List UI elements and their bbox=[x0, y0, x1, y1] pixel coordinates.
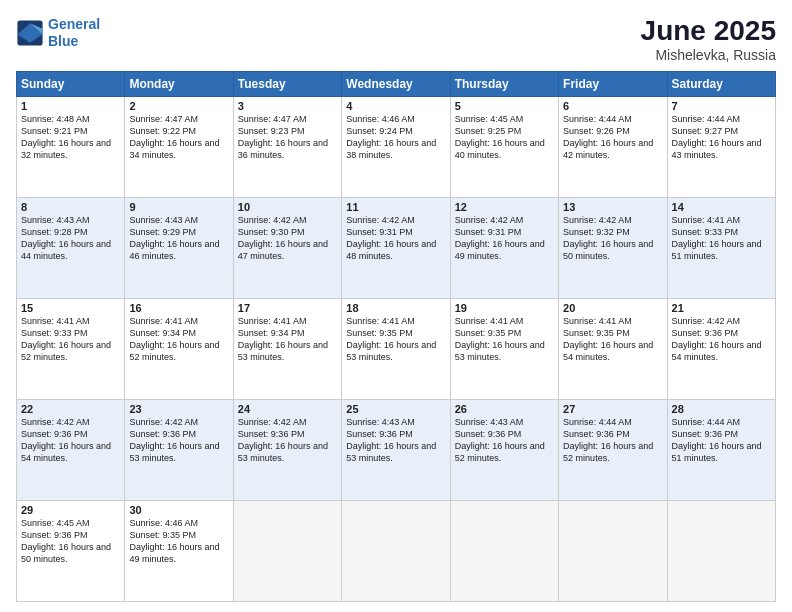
day-info: Sunrise: 4:43 AMSunset: 9:29 PMDaylight:… bbox=[129, 215, 219, 261]
day-info: Sunrise: 4:41 AMSunset: 9:34 PMDaylight:… bbox=[238, 316, 328, 362]
day-number: 23 bbox=[129, 403, 228, 415]
calendar-day-13: 13Sunrise: 4:42 AMSunset: 9:32 PMDayligh… bbox=[559, 197, 667, 298]
day-number: 3 bbox=[238, 100, 337, 112]
day-info: Sunrise: 4:48 AMSunset: 9:21 PMDaylight:… bbox=[21, 114, 111, 160]
calendar-day-11: 11Sunrise: 4:42 AMSunset: 9:31 PMDayligh… bbox=[342, 197, 450, 298]
day-number: 15 bbox=[21, 302, 120, 314]
day-number: 22 bbox=[21, 403, 120, 415]
calendar-week-3: 15Sunrise: 4:41 AMSunset: 9:33 PMDayligh… bbox=[17, 298, 776, 399]
logo-line2: Blue bbox=[48, 33, 78, 49]
day-number: 18 bbox=[346, 302, 445, 314]
calendar-week-2: 8Sunrise: 4:43 AMSunset: 9:28 PMDaylight… bbox=[17, 197, 776, 298]
header: General Blue June 2025 Mishelevka, Russi… bbox=[16, 16, 776, 63]
day-number: 2 bbox=[129, 100, 228, 112]
day-info: Sunrise: 4:43 AMSunset: 9:36 PMDaylight:… bbox=[455, 417, 545, 463]
calendar-day-1: 1Sunrise: 4:48 AMSunset: 9:21 PMDaylight… bbox=[17, 96, 125, 197]
calendar-day-28: 28Sunrise: 4:44 AMSunset: 9:36 PMDayligh… bbox=[667, 399, 775, 500]
calendar-day-14: 14Sunrise: 4:41 AMSunset: 9:33 PMDayligh… bbox=[667, 197, 775, 298]
calendar-day-9: 9Sunrise: 4:43 AMSunset: 9:29 PMDaylight… bbox=[125, 197, 233, 298]
calendar-day-12: 12Sunrise: 4:42 AMSunset: 9:31 PMDayligh… bbox=[450, 197, 558, 298]
day-info: Sunrise: 4:41 AMSunset: 9:35 PMDaylight:… bbox=[455, 316, 545, 362]
day-number: 24 bbox=[238, 403, 337, 415]
calendar-day-16: 16Sunrise: 4:41 AMSunset: 9:34 PMDayligh… bbox=[125, 298, 233, 399]
calendar-day-3: 3Sunrise: 4:47 AMSunset: 9:23 PMDaylight… bbox=[233, 96, 341, 197]
day-info: Sunrise: 4:42 AMSunset: 9:32 PMDaylight:… bbox=[563, 215, 653, 261]
day-number: 5 bbox=[455, 100, 554, 112]
col-monday: Monday bbox=[125, 71, 233, 96]
calendar-day-29: 29Sunrise: 4:45 AMSunset: 9:36 PMDayligh… bbox=[17, 500, 125, 601]
calendar-day-8: 8Sunrise: 4:43 AMSunset: 9:28 PMDaylight… bbox=[17, 197, 125, 298]
title-block: June 2025 Mishelevka, Russia bbox=[641, 16, 776, 63]
calendar-day-25: 25Sunrise: 4:43 AMSunset: 9:36 PMDayligh… bbox=[342, 399, 450, 500]
calendar-table: Sunday Monday Tuesday Wednesday Thursday… bbox=[16, 71, 776, 602]
empty-cell bbox=[233, 500, 341, 601]
calendar-week-1: 1Sunrise: 4:48 AMSunset: 9:21 PMDaylight… bbox=[17, 96, 776, 197]
calendar-day-15: 15Sunrise: 4:41 AMSunset: 9:33 PMDayligh… bbox=[17, 298, 125, 399]
day-number: 26 bbox=[455, 403, 554, 415]
day-number: 9 bbox=[129, 201, 228, 213]
day-info: Sunrise: 4:42 AMSunset: 9:36 PMDaylight:… bbox=[238, 417, 328, 463]
col-sunday: Sunday bbox=[17, 71, 125, 96]
col-wednesday: Wednesday bbox=[342, 71, 450, 96]
day-info: Sunrise: 4:46 AMSunset: 9:24 PMDaylight:… bbox=[346, 114, 436, 160]
empty-cell bbox=[450, 500, 558, 601]
day-info: Sunrise: 4:41 AMSunset: 9:35 PMDaylight:… bbox=[563, 316, 653, 362]
day-number: 28 bbox=[672, 403, 771, 415]
calendar-week-5: 29Sunrise: 4:45 AMSunset: 9:36 PMDayligh… bbox=[17, 500, 776, 601]
col-thursday: Thursday bbox=[450, 71, 558, 96]
calendar-day-17: 17Sunrise: 4:41 AMSunset: 9:34 PMDayligh… bbox=[233, 298, 341, 399]
calendar-day-7: 7Sunrise: 4:44 AMSunset: 9:27 PMDaylight… bbox=[667, 96, 775, 197]
day-info: Sunrise: 4:45 AMSunset: 9:25 PMDaylight:… bbox=[455, 114, 545, 160]
day-number: 30 bbox=[129, 504, 228, 516]
empty-cell bbox=[342, 500, 450, 601]
col-friday: Friday bbox=[559, 71, 667, 96]
day-info: Sunrise: 4:47 AMSunset: 9:22 PMDaylight:… bbox=[129, 114, 219, 160]
logo: General Blue bbox=[16, 16, 100, 50]
day-info: Sunrise: 4:47 AMSunset: 9:23 PMDaylight:… bbox=[238, 114, 328, 160]
day-number: 25 bbox=[346, 403, 445, 415]
calendar-day-27: 27Sunrise: 4:44 AMSunset: 9:36 PMDayligh… bbox=[559, 399, 667, 500]
day-info: Sunrise: 4:42 AMSunset: 9:36 PMDaylight:… bbox=[21, 417, 111, 463]
calendar-day-10: 10Sunrise: 4:42 AMSunset: 9:30 PMDayligh… bbox=[233, 197, 341, 298]
day-number: 17 bbox=[238, 302, 337, 314]
day-number: 7 bbox=[672, 100, 771, 112]
calendar-day-24: 24Sunrise: 4:42 AMSunset: 9:36 PMDayligh… bbox=[233, 399, 341, 500]
calendar-day-19: 19Sunrise: 4:41 AMSunset: 9:35 PMDayligh… bbox=[450, 298, 558, 399]
day-info: Sunrise: 4:42 AMSunset: 9:30 PMDaylight:… bbox=[238, 215, 328, 261]
day-number: 10 bbox=[238, 201, 337, 213]
day-number: 29 bbox=[21, 504, 120, 516]
col-tuesday: Tuesday bbox=[233, 71, 341, 96]
day-info: Sunrise: 4:41 AMSunset: 9:33 PMDaylight:… bbox=[21, 316, 111, 362]
calendar-day-20: 20Sunrise: 4:41 AMSunset: 9:35 PMDayligh… bbox=[559, 298, 667, 399]
calendar-day-23: 23Sunrise: 4:42 AMSunset: 9:36 PMDayligh… bbox=[125, 399, 233, 500]
day-number: 11 bbox=[346, 201, 445, 213]
logo-text: General Blue bbox=[48, 16, 100, 50]
col-saturday: Saturday bbox=[667, 71, 775, 96]
day-number: 8 bbox=[21, 201, 120, 213]
empty-cell bbox=[559, 500, 667, 601]
calendar-day-5: 5Sunrise: 4:45 AMSunset: 9:25 PMDaylight… bbox=[450, 96, 558, 197]
calendar-day-2: 2Sunrise: 4:47 AMSunset: 9:22 PMDaylight… bbox=[125, 96, 233, 197]
day-info: Sunrise: 4:44 AMSunset: 9:36 PMDaylight:… bbox=[563, 417, 653, 463]
day-number: 12 bbox=[455, 201, 554, 213]
day-info: Sunrise: 4:44 AMSunset: 9:36 PMDaylight:… bbox=[672, 417, 762, 463]
day-number: 20 bbox=[563, 302, 662, 314]
day-info: Sunrise: 4:41 AMSunset: 9:34 PMDaylight:… bbox=[129, 316, 219, 362]
day-number: 14 bbox=[672, 201, 771, 213]
day-info: Sunrise: 4:42 AMSunset: 9:36 PMDaylight:… bbox=[129, 417, 219, 463]
calendar-day-30: 30Sunrise: 4:46 AMSunset: 9:35 PMDayligh… bbox=[125, 500, 233, 601]
calendar-header-row: Sunday Monday Tuesday Wednesday Thursday… bbox=[17, 71, 776, 96]
calendar-day-26: 26Sunrise: 4:43 AMSunset: 9:36 PMDayligh… bbox=[450, 399, 558, 500]
calendar-day-21: 21Sunrise: 4:42 AMSunset: 9:36 PMDayligh… bbox=[667, 298, 775, 399]
day-info: Sunrise: 4:42 AMSunset: 9:31 PMDaylight:… bbox=[346, 215, 436, 261]
month-year: June 2025 bbox=[641, 16, 776, 47]
day-info: Sunrise: 4:43 AMSunset: 9:28 PMDaylight:… bbox=[21, 215, 111, 261]
day-number: 6 bbox=[563, 100, 662, 112]
empty-cell bbox=[667, 500, 775, 601]
calendar-day-4: 4Sunrise: 4:46 AMSunset: 9:24 PMDaylight… bbox=[342, 96, 450, 197]
calendar-day-18: 18Sunrise: 4:41 AMSunset: 9:35 PMDayligh… bbox=[342, 298, 450, 399]
day-info: Sunrise: 4:45 AMSunset: 9:36 PMDaylight:… bbox=[21, 518, 111, 564]
day-info: Sunrise: 4:42 AMSunset: 9:31 PMDaylight:… bbox=[455, 215, 545, 261]
day-info: Sunrise: 4:43 AMSunset: 9:36 PMDaylight:… bbox=[346, 417, 436, 463]
day-number: 1 bbox=[21, 100, 120, 112]
